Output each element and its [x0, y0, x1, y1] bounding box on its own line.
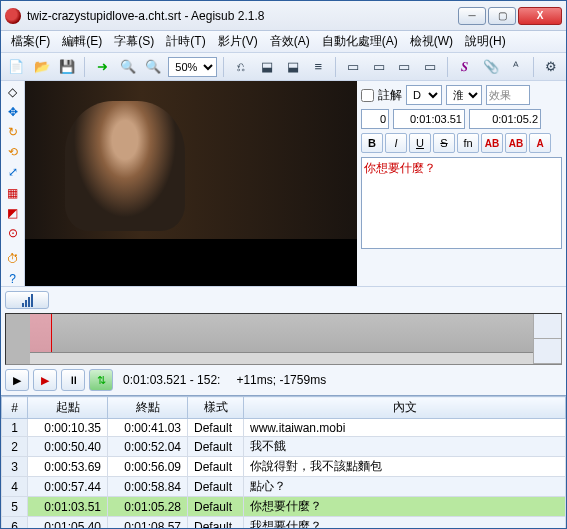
- table-row[interactable]: 20:00:50.400:00:52.04Default我不餓: [2, 437, 566, 457]
- tool-rotate-z-icon[interactable]: ↻: [4, 125, 22, 139]
- tool-rotate-xy-icon[interactable]: ⟲: [4, 145, 22, 159]
- col-end[interactable]: 終點: [108, 397, 188, 419]
- start-time-input[interactable]: [393, 109, 465, 129]
- menu-file[interactable]: 檔案(F): [5, 31, 56, 52]
- tool-2[interactable]: ⬓: [256, 56, 278, 78]
- tool-8[interactable]: ▭: [419, 56, 441, 78]
- separator: [223, 57, 224, 77]
- underline-button[interactable]: U: [409, 133, 431, 153]
- content-area: ◇ ✥ ↻ ⟲ ⤢ ▦ ◩ ⊙ ⏱ ? 註解 D 淮 B I U: [1, 81, 566, 286]
- tool-realtime-icon[interactable]: ⏱: [4, 252, 22, 266]
- left-toolbar: ◇ ✥ ↻ ⟲ ⤢ ▦ ◩ ⊙ ⏱ ?: [1, 81, 25, 286]
- cell-end: 0:01:08.57: [108, 517, 188, 530]
- waveform-selection[interactable]: [30, 314, 52, 352]
- waveform-margin: [6, 314, 30, 364]
- jump-button[interactable]: ➜: [91, 56, 113, 78]
- tool-vector-icon[interactable]: ◩: [4, 206, 22, 220]
- play-button[interactable]: ▶: [5, 369, 29, 391]
- waveform-area[interactable]: [5, 313, 562, 365]
- color3-button[interactable]: A: [529, 133, 551, 153]
- color1-button[interactable]: AB: [481, 133, 503, 153]
- tool-1[interactable]: ⎌: [230, 56, 252, 78]
- tool-scale-icon[interactable]: ⤢: [4, 165, 22, 179]
- maximize-button[interactable]: ▢: [488, 7, 516, 25]
- playback-row: ▶ ▶ ⏸ ⇅ 0:01:03.521 - 152: +11ms; -1759m…: [5, 367, 562, 393]
- subtitle-textarea[interactable]: 你想要什麼？: [361, 157, 562, 249]
- strike-button[interactable]: S: [433, 133, 455, 153]
- waveform-sliders[interactable]: [533, 314, 561, 364]
- menu-subtitle[interactable]: 字幕(S): [108, 31, 160, 52]
- tool-6[interactable]: ▭: [368, 56, 390, 78]
- menu-auto[interactable]: 自動化處理(A): [316, 31, 404, 52]
- new-button[interactable]: 📄: [5, 56, 27, 78]
- cell-text: 我不餓: [244, 437, 566, 457]
- play-line-button[interactable]: ▶: [33, 369, 57, 391]
- menu-edit[interactable]: 編輯(E): [56, 31, 108, 52]
- color2-button[interactable]: AB: [505, 133, 527, 153]
- zoom-in-button[interactable]: 🔍: [117, 56, 139, 78]
- tool-move-icon[interactable]: ✥: [4, 105, 22, 119]
- style-select[interactable]: D: [406, 85, 442, 105]
- subtitle-grid[interactable]: # 起點 終點 樣式 內文 10:00:10.350:00:41.03Defau…: [1, 395, 566, 529]
- menu-help[interactable]: 說明(H): [459, 31, 512, 52]
- tool-help-icon[interactable]: ?: [4, 272, 22, 286]
- end-time-input[interactable]: [469, 109, 541, 129]
- font-button[interactable]: ᴬ: [505, 56, 527, 78]
- tool-7[interactable]: ▭: [394, 56, 416, 78]
- cell-style: Default: [188, 437, 244, 457]
- font-name-button[interactable]: fn: [457, 133, 479, 153]
- italic-button[interactable]: I: [385, 133, 407, 153]
- tool-4[interactable]: ≡: [307, 56, 329, 78]
- cell-end: 0:01:05.28: [108, 497, 188, 517]
- separator: [447, 57, 448, 77]
- cell-style: Default: [188, 497, 244, 517]
- table-row[interactable]: 30:00:53.690:00:56.09Default你說得對，我不該點麵包: [2, 457, 566, 477]
- minimize-button[interactable]: ─: [458, 7, 486, 25]
- volume-icon[interactable]: [5, 291, 49, 309]
- table-row[interactable]: 40:00:57.440:00:58.84Default點心？: [2, 477, 566, 497]
- open-button[interactable]: 📂: [31, 56, 53, 78]
- layer-input[interactable]: [361, 109, 389, 129]
- style-button[interactable]: 𝑺: [454, 56, 476, 78]
- toggle-button[interactable]: ⇅: [89, 369, 113, 391]
- col-start[interactable]: 起點: [28, 397, 108, 419]
- menu-audio[interactable]: 音效(A): [264, 31, 316, 52]
- cell-end: 0:00:41.03: [108, 419, 188, 437]
- menu-view[interactable]: 檢視(W): [404, 31, 459, 52]
- table-row[interactable]: 60:01:05.400:01:08.57Default我想要什麼？: [2, 517, 566, 530]
- cell-num: 2: [2, 437, 28, 457]
- comment-checkbox[interactable]: [361, 89, 374, 102]
- table-row[interactable]: 50:01:03.510:01:05.28Default你想要什麼？: [2, 497, 566, 517]
- tool-clip-icon[interactable]: ▦: [4, 185, 22, 199]
- waveform-main[interactable]: [30, 314, 533, 364]
- attach-button[interactable]: 📎: [480, 56, 502, 78]
- cell-start: 0:00:50.40: [28, 437, 108, 457]
- settings-button[interactable]: ⚙: [540, 56, 562, 78]
- col-text[interactable]: 內文: [244, 397, 566, 419]
- actor-select[interactable]: 淮: [446, 85, 482, 105]
- time-range-display: 0:01:03.521 - 152:: [117, 373, 226, 387]
- cell-start: 0:01:03.51: [28, 497, 108, 517]
- col-num[interactable]: #: [2, 397, 28, 419]
- close-button[interactable]: X: [518, 7, 562, 25]
- tool-anchor-icon[interactable]: ◇: [4, 85, 22, 99]
- zoom-select[interactable]: 50%: [168, 57, 217, 77]
- menu-video[interactable]: 影片(V): [212, 31, 264, 52]
- col-style[interactable]: 樣式: [188, 397, 244, 419]
- save-button[interactable]: 💾: [56, 56, 78, 78]
- cell-end: 0:00:52.04: [108, 437, 188, 457]
- cell-text: 你說得對，我不該點麵包: [244, 457, 566, 477]
- pause-button[interactable]: ⏸: [61, 369, 85, 391]
- tool-3[interactable]: ⬓: [282, 56, 304, 78]
- tool-timer-icon[interactable]: ⊙: [4, 226, 22, 240]
- tool-5[interactable]: ▭: [342, 56, 364, 78]
- video-frame[interactable]: [25, 81, 357, 239]
- cell-text: 我想要什麼？: [244, 517, 566, 530]
- table-row[interactable]: 10:00:10.350:00:41.03Defaultwww.itaiwan.…: [2, 419, 566, 437]
- bold-button[interactable]: B: [361, 133, 383, 153]
- zoom-out-button[interactable]: 🔍: [143, 56, 165, 78]
- cell-style: Default: [188, 419, 244, 437]
- menu-timing[interactable]: 計時(T): [160, 31, 211, 52]
- separator: [335, 57, 336, 77]
- effect-input[interactable]: [486, 85, 530, 105]
